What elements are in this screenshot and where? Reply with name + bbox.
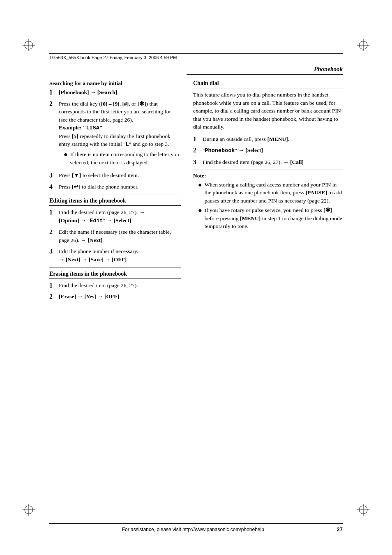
chain-dial-note: Note: ● When storing a calling card acce…: [193, 173, 343, 230]
erasing-heading: Erasing items in the phonebook: [49, 271, 181, 279]
chain-dial-step-1: 1 During an outside call, press [MENU].: [193, 135, 343, 143]
editing-section: Editing items in the phonebook 1 Find th…: [49, 198, 181, 263]
erasing-section: Erasing items in the phonebook 1 Find th…: [49, 271, 181, 301]
search-step-2: 2 Press the dial key ([0] – [9], [#], or…: [49, 100, 181, 168]
reg-mark-tr: [357, 39, 369, 51]
search-step-4: 4 Press [↩] to dial the phone number.: [49, 183, 181, 191]
rule-1: [49, 194, 181, 194]
chain-dial-intro: This feature allows you to dial phone nu…: [193, 91, 343, 131]
content-area: Searching for a name by initial 1 [Phone…: [49, 72, 343, 502]
chain-dial-rule: [193, 170, 343, 170]
search-step-1: 1 [Phonebook] → [Search]: [49, 88, 181, 97]
right-column: Chain dial This feature allows you to di…: [193, 80, 343, 304]
editing-step-3: 3 Edit the phone number if necessary. → …: [49, 247, 181, 263]
footer-text: For assistance, please visit http://www.…: [49, 527, 337, 532]
chain-dial-note-bullet-2: ● If you have rotary or pulse service, y…: [198, 206, 343, 230]
reg-mark-bl: [23, 504, 35, 516]
file-info: TG563X_565X.book Page 27 Friday, Februar…: [49, 53, 343, 60]
reg-mark-tl: [23, 39, 35, 51]
chain-dial-step-3: 3 Find the desired item (page 26, 27). →…: [193, 158, 343, 166]
chain-dial-section: Chain dial This feature allows you to di…: [193, 80, 343, 230]
search-step-2-bullet: ● If there is no item corresponding to t…: [64, 150, 181, 166]
page: TG563X_565X.book Page 27 Friday, Februar…: [0, 0, 392, 555]
chain-dial-step-2: 2 "Phonebook" → [Select]: [193, 146, 343, 155]
search-heading: Searching for a name by initial: [49, 80, 181, 87]
erasing-step-2: 2 [Erase] → [Yes] → [OFF]: [49, 292, 181, 301]
left-column: Searching for a name by initial 1 [Phone…: [49, 80, 181, 304]
rule-2: [49, 267, 181, 267]
chain-dial-heading: Chain dial: [193, 80, 343, 88]
editing-heading: Editing items in the phonebook: [49, 198, 181, 206]
footer-page-number: 27: [337, 526, 343, 532]
editing-step-2: 2 Edit the name if necessary (see the ch…: [49, 228, 181, 244]
chain-dial-note-bullet-1: ● When storing a calling card access num…: [198, 181, 343, 205]
erasing-step-1: 1 Find the desired item (page 26, 27).: [49, 281, 181, 290]
editing-step-1: 1 Find the desired item (page 26, 27). →…: [49, 208, 181, 225]
footer: For assistance, please visit http://www.…: [49, 523, 343, 532]
reg-mark-br: [357, 504, 369, 516]
search-step-3: 3 Press [▼] to select the desired item.: [49, 171, 181, 180]
search-section: Searching for a name by initial 1 [Phone…: [49, 80, 181, 191]
